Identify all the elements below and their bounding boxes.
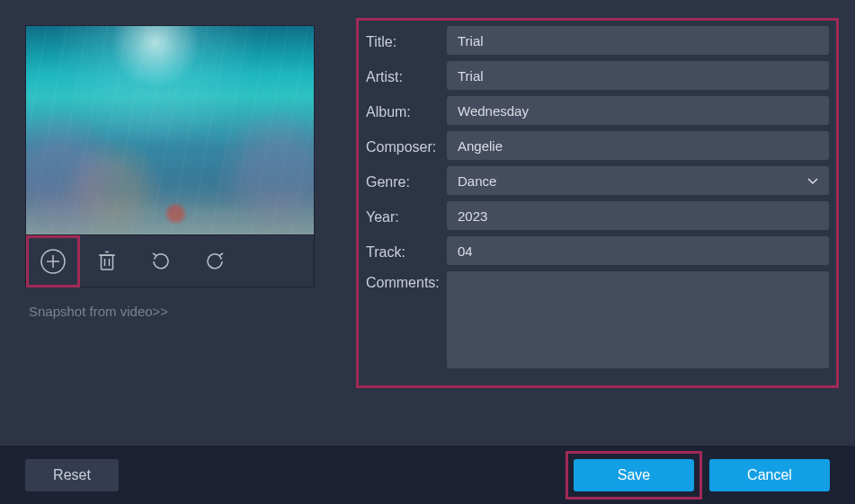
rotate-cw-icon xyxy=(202,249,227,274)
track-label: Track: xyxy=(366,241,447,261)
add-cover-button[interactable] xyxy=(26,235,80,287)
comments-textarea[interactable] xyxy=(447,271,829,368)
reset-button[interactable]: Reset xyxy=(25,459,119,491)
rotate-left-button[interactable] xyxy=(134,235,188,287)
svg-rect-5 xyxy=(102,255,113,270)
footer-bar: Reset Save Cancel xyxy=(0,446,855,504)
album-input[interactable] xyxy=(447,96,829,125)
year-input[interactable] xyxy=(447,201,829,230)
cancel-button[interactable]: Cancel xyxy=(709,459,830,491)
delete-cover-button[interactable] xyxy=(80,235,134,287)
genre-value: Dance xyxy=(458,173,496,189)
metadata-form: Title: Artist: Album: Composer: Genre: D xyxy=(356,18,839,388)
rotate-ccw-icon xyxy=(148,249,174,274)
genre-select[interactable]: Dance xyxy=(447,166,829,195)
genre-label: Genre: xyxy=(366,171,447,190)
artist-label: Artist: xyxy=(366,66,447,85)
composer-input[interactable] xyxy=(447,131,829,160)
comments-label: Comments: xyxy=(366,271,447,291)
cover-art-toolbar xyxy=(25,235,315,287)
title-input[interactable] xyxy=(447,26,829,55)
cover-art-thumbnail[interactable] xyxy=(25,25,315,235)
trash-icon xyxy=(95,250,119,273)
rotate-right-button[interactable] xyxy=(188,235,242,287)
artist-input[interactable] xyxy=(447,61,829,90)
chevron-down-icon xyxy=(807,172,818,189)
add-icon xyxy=(39,247,67,276)
track-input[interactable] xyxy=(447,236,829,265)
composer-label: Composer: xyxy=(366,136,447,155)
save-button[interactable]: Save xyxy=(574,459,694,491)
year-label: Year: xyxy=(366,206,447,225)
title-label: Title: xyxy=(366,31,447,50)
snapshot-from-video-link[interactable]: Snapshot from video>> xyxy=(29,304,315,319)
album-label: Album: xyxy=(366,101,447,120)
